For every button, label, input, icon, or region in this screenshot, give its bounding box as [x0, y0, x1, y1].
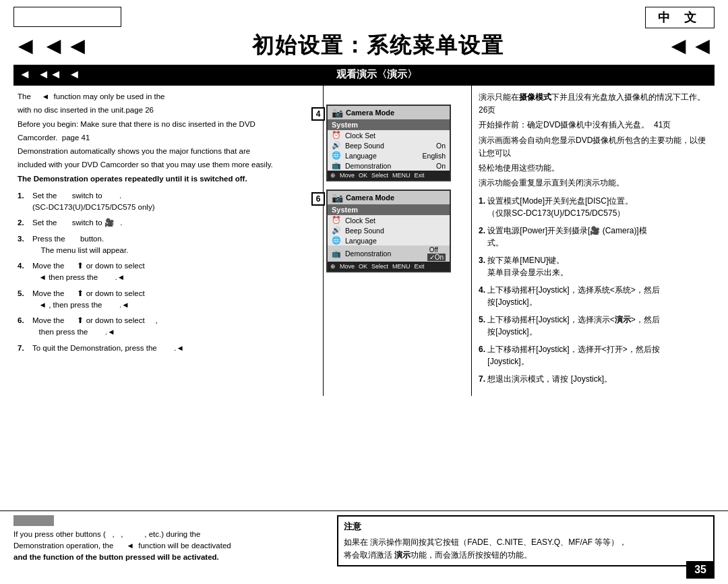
page-number: 35	[686, 561, 715, 579]
exit-label-6: Exit	[415, 263, 425, 270]
step-2-content: Set the switch to 🎥 .	[32, 217, 319, 229]
right-line-3: 演示画面将会自动向您显示DVD摄像机所包含的主要功能，以便让您可以	[479, 134, 708, 160]
step-2-num: 2.	[18, 217, 30, 229]
header-bar: ◄ ◄◄ ◄ 观看演示〈演示〉	[13, 65, 715, 84]
ok-icon: OK	[359, 172, 367, 179]
header-title: 观看演示〈演示〉	[330, 67, 709, 82]
intro-line-2: with no disc inserted in the unit.page 2…	[18, 105, 319, 116]
beep-value: On	[436, 142, 446, 150]
arrow-double-icon: ◄◄	[42, 32, 90, 60]
demo-off-option: Off	[427, 246, 446, 254]
camera-icon-6: 📷	[332, 192, 343, 203]
menu-6-system-bar: System	[328, 204, 450, 215]
intro-line-5: Demonstration automatically shows you th…	[18, 146, 319, 157]
title-left-arrows: ◄ ◄◄	[13, 32, 90, 60]
language-label: Language	[345, 152, 420, 160]
step-5: 5. Move the ⬆ or down to select ◄ , then…	[18, 288, 319, 312]
right-step-4: 4. 上下移动摇杆[Joystick]，选择系统<系统>，然后 按[Joysti…	[479, 284, 708, 308]
step-4-num: 4.	[18, 260, 30, 272]
menu-4-item-language: 🌐 Language English	[328, 150, 450, 160]
main-content: The ◄ function may only be used in the w…	[13, 84, 715, 396]
right-steps-list: 1. 设置模式[Mode]开关到光盘[DISC]位置。 （仅限SC-DC173(…	[479, 195, 708, 385]
clock-label: Clock Set	[345, 132, 446, 140]
language-value: English	[423, 152, 446, 160]
bottom-left-line-3: and the function of the button pressed w…	[13, 552, 324, 563]
step-4: 4. Move the ⬆ or down to select ◄ then p…	[18, 260, 319, 284]
menu-4-footer: ⊕ Move OK Select MENU Exit	[328, 171, 450, 180]
menu-text-6: MENU	[392, 263, 411, 270]
clock-icon: ⏰	[332, 131, 342, 140]
step-3: 3. Press the button. The menu list will …	[18, 233, 319, 257]
select-label-6: Select	[371, 263, 388, 270]
step-7-content: To quit the Demonstration, press the .◄	[32, 343, 319, 354]
camera-icon: 📷	[332, 107, 343, 118]
notice-line-1: 如果在 演示操作期间按其它按钮（FADE、C.NITE、EASY.Q、MF/AF…	[344, 536, 708, 549]
page-title: 初始设置：系统菜单设置	[90, 31, 667, 61]
step-6-num: 6.	[18, 315, 30, 326]
beep-label-6: Beep Sound	[345, 227, 446, 235]
intro-line-7: The Demonstration operates repeatedly un…	[18, 173, 319, 185]
step-5-num: 5.	[18, 288, 30, 299]
notice-title: 注意	[344, 520, 708, 534]
language-icon: 🌐	[332, 151, 342, 160]
move-icon: ⊕	[330, 172, 336, 179]
page-container: 中 文 ◄ ◄◄ 初始设置：系统菜单设置 ◄◄ ◄ ◄◄ ◄ 观看演示〈演示〉 …	[0, 0, 728, 584]
top-section: 中 文	[13, 7, 715, 28]
menu-6: 📷 Camera Mode System ⏰ Clock Set 🔊 Beep …	[326, 189, 451, 272]
demo-label-4: Demonstration	[345, 162, 433, 170]
exit-label-4: Exit	[415, 172, 425, 179]
menu-4-number: 4	[311, 107, 325, 121]
top-left-box	[13, 7, 121, 27]
step-7: 7. To quit the Demonstration, press the …	[18, 343, 319, 354]
step-1: 1. Set the switch to . (SC-DC173(U)/DC17…	[18, 190, 319, 214]
menu-4-item-beep: 🔊 Beep Sound On	[328, 140, 450, 150]
menu-4-title: 📷 Camera Mode	[328, 106, 450, 119]
menu-6-camera-label: Camera Mode	[346, 194, 394, 202]
intro-line-4: Camcorder. page 41	[18, 132, 319, 144]
step-6: 6. Move the ⬆ or down to select , then p…	[18, 315, 319, 339]
bottom-section: If you press other buttons ( , , , etc.)…	[0, 510, 728, 571]
top-right-chinese: 中 文	[645, 7, 715, 28]
right-step-2: 2. 设置电源[Power]开关到摄录[🎥 (Camera)]模 式。	[479, 225, 708, 249]
menu-area: 4 📷 Camera Mode System ⏰ Clock Set 🔊 Bee…	[324, 86, 472, 396]
demo-options: Off ✓On	[427, 246, 446, 261]
beep-icon: 🔊	[332, 141, 342, 150]
notice-line-2: 将会取消激活 演示功能，而会激活所按按钮的功能。	[344, 549, 708, 562]
ok-icon-6: OK	[359, 263, 367, 270]
menu-6-number: 6	[311, 192, 325, 206]
move-label-6: Move	[340, 263, 355, 270]
beep-label: Beep Sound	[345, 142, 433, 150]
demo-icon-4: 📺	[332, 161, 342, 170]
language-label-6: Language	[345, 237, 446, 245]
step-1-num: 1.	[18, 190, 30, 202]
arrow-single-icon: ◄	[13, 32, 38, 60]
right-panel: 演示只能在摄像模式下并且没有光盘放入摄像机的情况下工作。 26页 开始操作前：确…	[472, 86, 715, 396]
move-label: Move	[340, 172, 355, 179]
step-5-content: Move the ⬆ or down to select ◄ , then pr…	[32, 288, 319, 312]
header-arrow-1-icon: ◄	[19, 67, 31, 82]
clock-label-6: Clock Set	[345, 216, 446, 225]
demo-on-option: ✓On	[427, 254, 446, 261]
demo-value-4: On	[436, 162, 446, 170]
bottom-left: If you press other buttons ( , , , etc.)…	[13, 515, 324, 566]
step-3-num: 3.	[18, 233, 30, 245]
move-icon-6: ⊕	[330, 263, 336, 270]
intro-line-1: The ◄ function may only be used in the	[18, 91, 319, 103]
right-step-3: 3. 按下菜单[MENU]键。 菜单目录会显示出来。	[479, 254, 708, 279]
bottom-left-bar	[13, 515, 54, 526]
menu-6-item-language: 🌐 Language	[328, 235, 450, 245]
demo-icon-6: 📺	[332, 250, 342, 258]
step-1-content: Set the switch to . (SC-DC173(U)/DC175/D…	[32, 190, 319, 214]
intro-line-3: Before you begin: Make sure that there i…	[18, 119, 319, 130]
step-6-content: Move the ⬆ or down to select , then pres…	[32, 315, 319, 339]
title-row: ◄ ◄◄ 初始设置：系统菜单设置 ◄◄	[13, 31, 715, 61]
select-label: Select	[371, 172, 388, 179]
bottom-left-line-2: Demonstration operation, the ◄ function …	[13, 540, 324, 552]
menu-6-footer: ⊕ Move OK Select MENU Exit	[328, 262, 450, 271]
header-bar-left: ◄ ◄◄ ◄	[19, 67, 330, 82]
left-panel: The ◄ function may only be used in the w…	[13, 86, 324, 396]
right-line-2: 开始操作前：确定DVD摄像机中没有插入光盘。 41页	[479, 119, 708, 132]
menu-4-container: 4 📷 Camera Mode System ⏰ Clock Set 🔊 Bee…	[326, 105, 468, 181]
header-arrow-3-icon: ◄	[68, 67, 80, 82]
right-line-1: 演示只能在摄像模式下并且没有光盘放入摄像机的情况下工作。 26页	[479, 91, 708, 117]
